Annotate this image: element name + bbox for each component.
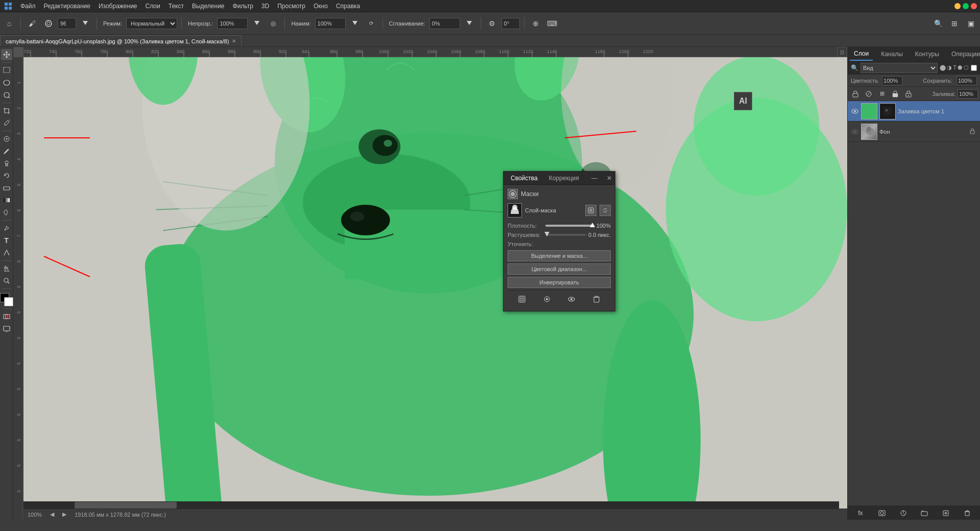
opacity-value-input[interactable] xyxy=(882,76,902,85)
nav-prev[interactable]: ◀ xyxy=(50,511,54,518)
tab-close-btn[interactable]: ✕ xyxy=(232,38,236,44)
prop-close-btn[interactable]: ✕ xyxy=(607,175,612,182)
tool-lasso[interactable] xyxy=(1,77,12,88)
add-layer-btn[interactable] xyxy=(940,508,951,519)
filter-type[interactable]: T xyxy=(953,64,957,71)
fill-input[interactable] xyxy=(958,89,978,99)
filter-toggle[interactable] xyxy=(971,65,977,71)
angle-input[interactable] xyxy=(501,18,520,29)
brush-size-input[interactable] xyxy=(58,18,76,29)
menu-3d[interactable]: 3D xyxy=(257,0,273,12)
smoothing-input[interactable] xyxy=(429,18,460,29)
prop-view-btn[interactable] xyxy=(541,294,553,305)
prop-tab-correction[interactable]: Коррекция xyxy=(545,172,583,184)
menu-view[interactable]: Просмотр xyxy=(273,0,309,12)
tool-quick-select[interactable] xyxy=(1,89,12,101)
add-style-btn[interactable]: fx xyxy=(855,508,866,519)
menu-filter[interactable]: Фильтр xyxy=(229,0,257,12)
toolbar-brush-settings[interactable] xyxy=(41,16,56,31)
color-selector[interactable] xyxy=(0,293,13,306)
tool-move[interactable] xyxy=(1,49,12,60)
symmetry-btn[interactable]: ⊕ xyxy=(529,16,543,31)
mode-select[interactable]: Нормальный xyxy=(126,18,177,29)
prop-apply-btn[interactable] xyxy=(516,294,528,305)
layer-item-1[interactable]: Заливка цветом 1 xyxy=(848,101,980,122)
filter-shape[interactable]: ⬟ xyxy=(958,64,963,71)
filter-smart[interactable]: ⬡ xyxy=(964,64,969,71)
prop-mask-link-btn[interactable] xyxy=(600,205,611,216)
prop-layer-mask-thumb[interactable] xyxy=(508,203,522,218)
tool-zoom[interactable] xyxy=(1,275,12,286)
window-close[interactable] xyxy=(971,3,977,9)
tool-gradient[interactable] xyxy=(1,195,12,206)
menu-help[interactable]: Справка xyxy=(332,0,364,12)
opacity-menu-btn[interactable] xyxy=(250,16,264,31)
prop-eye-btn[interactable] xyxy=(566,294,577,305)
layers-lock-all[interactable] xyxy=(903,88,914,100)
background-color[interactable] xyxy=(4,297,13,306)
extra-btn[interactable]: ⌨ xyxy=(545,16,559,31)
airbrush-btn[interactable]: ◎ xyxy=(266,16,280,31)
h-scrollbar[interactable] xyxy=(23,501,839,509)
prop-invert-btn[interactable]: Инвертировать xyxy=(508,277,611,288)
tab-layers[interactable]: Слои xyxy=(850,47,873,61)
prop-density-slider[interactable] xyxy=(545,225,594,227)
menu-text[interactable]: Текст xyxy=(164,0,188,12)
smooth-toggle[interactable]: ⟳ xyxy=(364,16,378,31)
prop-minimize-btn[interactable]: — xyxy=(591,175,597,182)
prop-mask-edit-btn[interactable] xyxy=(585,205,596,216)
home-icon[interactable] xyxy=(4,2,13,11)
menu-layers[interactable]: Слои xyxy=(141,0,164,12)
tool-history[interactable] xyxy=(1,170,12,181)
search-btn[interactable]: 🔍 xyxy=(931,16,945,31)
add-mask-btn[interactable] xyxy=(876,508,888,519)
nav-next[interactable]: ▶ xyxy=(62,511,66,518)
filter-adjust[interactable]: ◑ xyxy=(947,64,952,71)
tool-quick-mask[interactable] xyxy=(1,311,12,322)
layers-lock-paint[interactable] xyxy=(863,88,874,100)
add-group-btn[interactable] xyxy=(919,508,930,519)
prop-delete-btn[interactable] xyxy=(591,294,602,305)
filter-select[interactable]: Вид xyxy=(861,63,938,73)
panel-toggle-btn[interactable]: ⟩⟩ xyxy=(837,47,847,57)
layer-item-2[interactable]: Фон xyxy=(848,122,980,142)
window-minimize[interactable] xyxy=(954,3,961,9)
filter-pixel[interactable]: ⬤ xyxy=(940,64,946,71)
feather-slider-handle[interactable] xyxy=(544,232,549,236)
layers-lock-transparent[interactable] xyxy=(850,88,861,100)
settings-btn[interactable]: ⚙ xyxy=(485,16,499,31)
tool-text[interactable]: T xyxy=(1,235,12,246)
document-tab[interactable]: camylla-battani-AoqgGAqrLpU-unsplash.jpg… xyxy=(0,35,242,46)
tool-screen-mode[interactable] xyxy=(1,323,12,334)
tab-paths[interactable]: Контуры xyxy=(911,47,943,61)
fill-value-input[interactable] xyxy=(957,76,977,85)
layers-lock-position[interactable] xyxy=(890,88,901,100)
tool-heal[interactable] xyxy=(1,133,12,144)
tool-stamp[interactable] xyxy=(1,158,12,169)
tool-selection[interactable] xyxy=(1,65,12,76)
layers-lock-artboard[interactable]: ⊞ xyxy=(876,88,888,100)
menu-edit[interactable]: Редактирование xyxy=(40,0,94,12)
tab-channels[interactable]: Каналы xyxy=(877,47,907,61)
prop-select-mask-btn[interactable]: Выделение и маска... xyxy=(508,250,611,261)
window-maximize[interactable] xyxy=(963,3,969,9)
smoothing-menu-btn[interactable] xyxy=(462,16,476,31)
tool-eraser[interactable] xyxy=(1,182,12,194)
menu-file[interactable]: Файл xyxy=(16,0,40,12)
toolbar-brush-btn[interactable]: 🖌 xyxy=(25,16,39,31)
menu-select[interactable]: Выделение xyxy=(188,0,229,12)
tool-pen[interactable] xyxy=(1,223,12,234)
menu-window[interactable]: Окно xyxy=(309,0,332,12)
prop-color-range-btn[interactable]: Цветовой диапазон... xyxy=(508,263,611,275)
layer-eye-2[interactable] xyxy=(851,128,859,136)
delete-layer-btn[interactable] xyxy=(962,508,973,519)
add-adjustment-btn[interactable] xyxy=(898,508,909,519)
menu-image[interactable]: Изображение xyxy=(94,0,141,12)
layer-eye-1[interactable] xyxy=(851,107,859,115)
panels-btn[interactable]: ⊞ xyxy=(947,16,962,31)
tool-burn[interactable] xyxy=(1,207,12,218)
tool-path-select[interactable] xyxy=(1,247,12,258)
flow-input[interactable] xyxy=(315,18,346,29)
tool-crop[interactable] xyxy=(1,105,12,116)
prop-feather-slider[interactable] xyxy=(545,234,586,236)
